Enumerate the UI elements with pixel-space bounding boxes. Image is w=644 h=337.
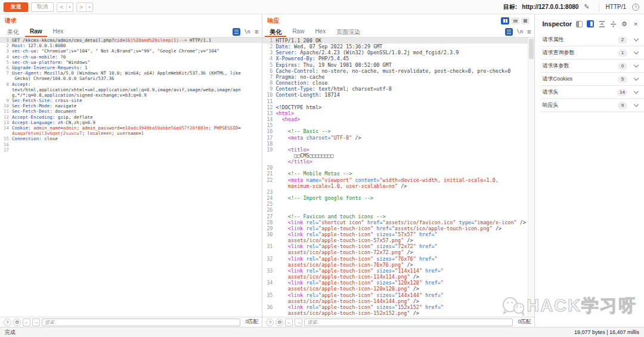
- search-next-icon[interactable]: →: [295, 319, 302, 326]
- line-number: 3: [0, 48, 12, 54]
- layout-columns-icon[interactable]: [501, 17, 509, 24]
- code-line: 17: [0, 147, 262, 153]
- inspector-section-label: 请求Cookies: [542, 75, 618, 83]
- line-number: 4: [262, 55, 275, 61]
- inspector-title: Inspector: [542, 20, 572, 27]
- inspector-section-count: 14: [617, 89, 627, 96]
- tab-页面渲染[interactable]: 页面渲染: [332, 26, 365, 37]
- chevron-down-icon[interactable]: [634, 63, 639, 67]
- forward-icon[interactable]: >: [77, 3, 86, 11]
- history-forward-button[interactable]: > ▾: [76, 2, 93, 12]
- code-line: 18: [262, 141, 534, 147]
- line-number: 8: [262, 80, 275, 86]
- inspector-settings-icon[interactable]: ⚙: [621, 20, 628, 27]
- tab-Raw[interactable]: Raw: [287, 26, 309, 37]
- line-number: 2: [262, 44, 275, 50]
- collapse-all-icon[interactable]: [598, 20, 605, 27]
- code-line: 12<!DOCTYPE html>: [262, 104, 534, 110]
- response-editor[interactable]: 1HTTP/1.1 200 OK2Date: Wed, 07 Sep 2022 …: [262, 38, 534, 317]
- request-tabs: 美化RawHex \n ≡: [0, 26, 262, 38]
- search-settings-icon[interactable]: ⚙: [13, 319, 21, 326]
- history-back-button[interactable]: < ▾: [57, 2, 73, 12]
- status-bar: 完成 19,077 bytes | 16,407 millis: [0, 327, 644, 337]
- code-line: 14Cookie: admin_name=admin; admin_passwo…: [0, 125, 262, 131]
- inspector-section-1[interactable]: 请求查询参数1: [541, 47, 644, 60]
- inspector-section-3[interactable]: 请求Cookies5: [541, 73, 644, 86]
- search-settings-icon[interactable]: ⚙: [275, 319, 283, 326]
- line-text: sec-ch-ua-mobile: ?0: [12, 54, 66, 60]
- chevron-down-icon[interactable]: [634, 76, 639, 81]
- line-number: 35: [262, 292, 275, 298]
- inspector-dock-left-icon[interactable]: [576, 21, 583, 27]
- inspector-section-label: 请求头: [542, 88, 617, 96]
- line-number: 6: [0, 65, 12, 70]
- line-text: Connection: close: [12, 136, 58, 141]
- code-line: 27 <!-- Favicon and touch icons -->: [262, 214, 534, 219]
- tab-美化[interactable]: 美化: [265, 26, 286, 37]
- code-line: 14 <head>: [262, 116, 534, 122]
- line-text: Content-Type: text/html; charset=utf-8: [275, 86, 391, 92]
- code-line: 33 <link rel="apple-touch-icon" sizes="1…: [262, 268, 534, 274]
- chevron-down-icon[interactable]: [634, 102, 639, 107]
- search-next-icon[interactable]: →: [32, 319, 40, 326]
- inspector-section-0[interactable]: 请求属性2: [541, 33, 644, 47]
- back-dropdown-caret-icon[interactable]: ▾: [66, 3, 73, 11]
- code-line: 28 <link rel="shortcut icon" href="asset…: [262, 219, 534, 225]
- http-version-selector[interactable]: HTTP/1: [606, 4, 626, 10]
- layout-single-icon[interactable]: [521, 17, 530, 24]
- code-line: 31 <link rel="apple-touch-icon" sizes="7…: [262, 243, 534, 249]
- edit-target-icon[interactable]: ✎: [584, 3, 589, 11]
- layout-rows-icon[interactable]: [511, 17, 519, 24]
- response-code: 1HTTP/1.1 200 OK2Date: Wed, 07 Sep 2022 …: [262, 38, 534, 316]
- pretty-print-toggle-icon[interactable]: [505, 28, 513, 36]
- code-line: Gecko) Chrome/104.0.0.0 Safari/537.36: [0, 76, 262, 81]
- inspector-section-label: 响应头: [542, 101, 618, 109]
- chevron-down-icon[interactable]: [634, 50, 639, 54]
- search-help-icon[interactable]: ?: [266, 319, 274, 326]
- response-scrollbar-thumb[interactable]: [529, 39, 534, 59]
- request-search-matches: 0匹配: [246, 319, 259, 326]
- search-prev-icon[interactable]: ←: [23, 319, 30, 326]
- response-editor-icons: \n ≡: [505, 26, 531, 37]
- tab-Hex[interactable]: Hex: [48, 26, 69, 37]
- tab-Raw[interactable]: Raw: [25, 26, 47, 37]
- pretty-print-toggle-icon[interactable]: [233, 28, 240, 36]
- inspector-close-icon[interactable]: ×: [632, 20, 639, 27]
- response-scrollbar[interactable]: [528, 38, 534, 317]
- forward-dropdown-caret-icon[interactable]: ▾: [86, 3, 92, 11]
- newline-toggle-icon[interactable]: \n: [244, 29, 250, 35]
- request-editor[interactable]: 1GET /kkcms-kkcms/admin/cms_detail.php?c…: [0, 38, 262, 317]
- inspector-section-4[interactable]: 请求头14: [541, 86, 644, 99]
- inspector-section-5[interactable]: 响应头9: [541, 99, 644, 112]
- editor-menu-icon[interactable]: ≡: [527, 29, 531, 35]
- chevron-down-icon[interactable]: [634, 36, 639, 41]
- chevron-down-icon[interactable]: [634, 89, 639, 94]
- response-search-input[interactable]: [304, 319, 512, 326]
- back-icon[interactable]: <: [57, 3, 66, 11]
- inspector-dock-right-icon[interactable]: [587, 20, 594, 27]
- line-number: 6: [262, 68, 275, 74]
- editor-menu-icon[interactable]: ≡: [255, 29, 258, 35]
- newline-toggle-icon[interactable]: \n: [517, 29, 523, 35]
- code-line: 3sec-ch-ua: "Chromium";v="104", " Not A;…: [0, 48, 262, 54]
- line-text: <link rel="apple-touch-icon" sizes="72x7…: [275, 243, 437, 249]
- line-number: 5: [262, 62, 275, 68]
- request-search-input[interactable]: [42, 319, 240, 326]
- code-line: 6Cache-Control: no-store, no-cache, must…: [262, 68, 534, 74]
- line-text: g,*/*;q=0.8,application/signed-exchange;…: [12, 92, 147, 98]
- search-prev-icon[interactable]: ←: [285, 319, 293, 326]
- inspector-section-label: 请求查询参数: [542, 49, 618, 57]
- search-help-icon[interactable]: ?: [4, 319, 11, 326]
- tab-美化[interactable]: 美化: [2, 26, 24, 37]
- inspector-section-2[interactable]: 请求体参数0: [541, 60, 644, 73]
- expand-all-icon[interactable]: [609, 20, 617, 27]
- request-panel: 请求 美化RawHex \n ≡ 1GET /kkcms-kkcms/admin…: [0, 14, 262, 327]
- send-button[interactable]: 发送: [4, 2, 28, 12]
- tab-Hex[interactable]: Hex: [310, 26, 330, 37]
- cancel-button[interactable]: 取消: [31, 2, 54, 12]
- code-line: 3Server: Apache/2.4.23 (Win32) OpenSSL/1…: [262, 50, 534, 55]
- line-text: Connection: close: [275, 80, 327, 86]
- help-icon[interactable]: ?: [632, 4, 639, 11]
- toolbar-divider: [599, 3, 599, 11]
- line-text: <!DOCTYPE html>: [275, 104, 321, 110]
